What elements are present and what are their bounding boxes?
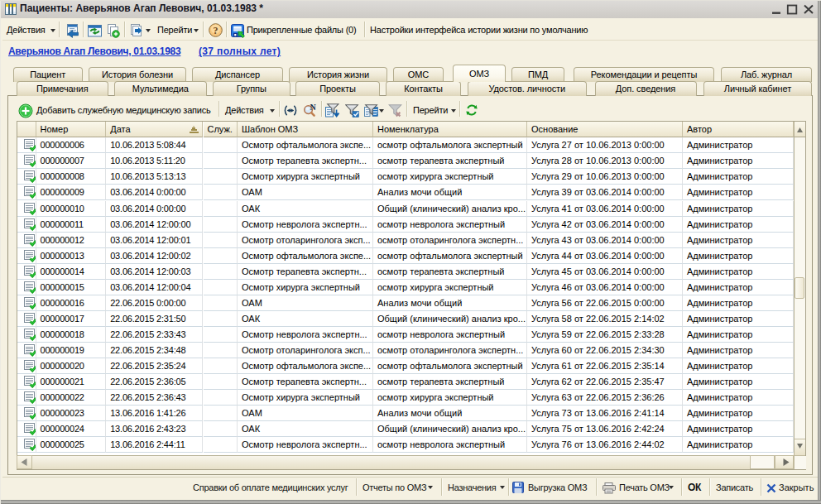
svg-text:N: N [310, 103, 317, 112]
svg-text:?: ? [214, 25, 218, 36]
